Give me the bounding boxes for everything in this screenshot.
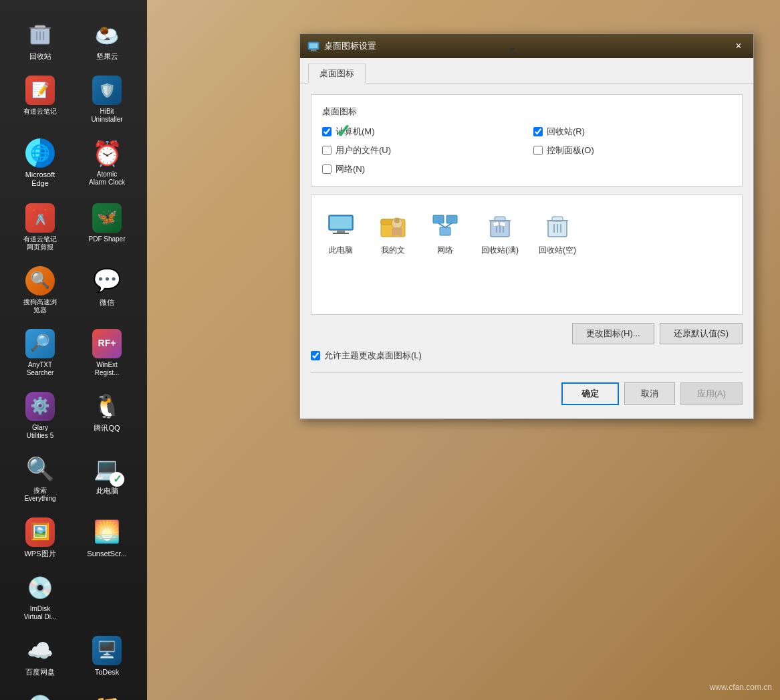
svg-rect-24 <box>433 215 444 223</box>
sidebar-item-imdisk[interactable]: 💿 ImDiskVirtual Di... <box>10 569 70 625</box>
checkbox-network: 网络(N) <box>322 163 520 175</box>
sidebar-item-everything[interactable]: 🔍 搜索Everything <box>10 451 70 507</box>
sidebar-item-edge[interactable]: 🌐 MicrosoftEdge <box>10 134 70 192</box>
checkbox-control-panel-label: 控制面板(O) <box>547 144 594 156</box>
desktop-icons-grid: 回收站 ☁ 🌰 坚果云 📝 有道云笔记 🛡️ <box>0 7 147 700</box>
allow-theme-checkbox-row: 允许主题更改桌面图标(L) <box>311 350 743 362</box>
dialog-title-area: 桌面图标设置 <box>307 39 376 53</box>
sidebar-item-youdao[interactable]: 📝 有道云笔记 <box>10 72 70 128</box>
svg-rect-15 <box>309 51 317 51</box>
bottom-divider <box>311 372 743 373</box>
sidebar-item-youdao-web[interactable]: ✂️ 有道云笔记网页剪报 <box>10 199 70 255</box>
checkbox-grid: 计算机(M) ✓ 回收站(R) 用户的文件(U) 控制面板(O) <box>322 126 731 175</box>
checkbox-network-label: 网络(N) <box>336 163 365 175</box>
checkbox-section: 桌面图标 计算机(M) ✓ 回收站(R) 用户的文件(U) 控制 <box>311 94 743 187</box>
svg-text:☁: ☁ <box>104 34 110 41</box>
sidebar-item-qq[interactable]: 🐧 腾讯QQ <box>77 388 137 444</box>
sidebar-item-jianguoyun[interactable]: ☁ 🌰 坚果云 <box>77 13 137 65</box>
preview-icon-this-pc-label: 此电脑 <box>329 245 353 256</box>
cancel-button[interactable]: 取消 <box>624 382 675 405</box>
svg-line-28 <box>445 223 452 227</box>
preview-buttons: 更改图标(H)... 还原默认值(S) <box>311 323 743 344</box>
preview-icon-this-pc[interactable]: 此电脑 <box>325 209 357 256</box>
sidebar-item-baidu[interactable]: ☁️ 百度网盘 <box>10 632 70 681</box>
sidebar-item-anytxt[interactable]: 🔎 AnyTXTSearcher <box>10 325 70 381</box>
preview-icon-recycle-full-label: 回收站(满) <box>481 245 519 256</box>
icon-preview-section: 此电脑 我的文 <box>311 195 743 315</box>
dialog-title-icon <box>307 39 320 53</box>
checkbox-user-files: 用户的文件(U) <box>322 144 520 156</box>
preview-icon-my-docs[interactable]: 我的文 <box>377 209 409 256</box>
allow-theme-checkbox-input[interactable] <box>311 351 320 360</box>
preview-icon-recycle-empty-img <box>541 209 573 241</box>
svg-rect-25 <box>446 215 457 223</box>
preview-icons-row: 此电脑 我的文 <box>325 209 729 256</box>
sidebar-item-todesk[interactable]: 🖥️ ToDesk <box>77 632 137 681</box>
watermark: www.cfan.com.cn <box>710 683 772 692</box>
sidebar: 回收站 ☁ 🌰 坚果云 📝 有道云笔记 🛡️ <box>0 0 147 700</box>
svg-rect-13 <box>309 43 317 48</box>
checkbox-control-panel: 控制面板(O) <box>533 144 731 156</box>
sidebar-item-baiduwork[interactable]: 📁 百度网盘工作空间 <box>77 687 137 700</box>
ok-button[interactable]: 确定 <box>561 382 619 405</box>
preview-icon-recycle-empty-label: 回收站(空) <box>539 245 576 256</box>
svg-point-23 <box>394 218 400 223</box>
checkbox-recycle-input[interactable] <box>533 127 543 136</box>
allow-theme-checkbox-label: 允许主题更改桌面图标(L) <box>324 350 422 362</box>
svg-text:🌰: 🌰 <box>101 27 109 35</box>
sidebar-item-alarm[interactable]: ⏰ AtomicAlarm Clock <box>77 134 137 192</box>
svg-rect-17 <box>330 217 352 229</box>
checkbox-computer-label: 计算机(M) <box>336 126 375 138</box>
checkbox-computer: 计算机(M) ✓ <box>322 126 520 138</box>
sidebar-item-hibit[interactable]: 🛡️ HiBitUninstaller <box>77 72 137 128</box>
sidebar-item-wps[interactable]: 🖼️ WPS图片 <box>10 513 70 562</box>
sidebar-item-recycle[interactable]: 回收站 <box>10 13 70 65</box>
change-icon-button[interactable]: 更改图标(H)... <box>572 323 654 344</box>
dialog-close-button[interactable]: × <box>731 38 747 54</box>
svg-line-27 <box>438 223 445 227</box>
preview-icon-recycle-full-img <box>484 209 516 241</box>
svg-rect-18 <box>337 230 345 233</box>
tab-desktop-icons[interactable]: 桌面图标 <box>308 64 366 84</box>
section-title: 桌面图标 <box>322 106 731 118</box>
dialog-desktop-icons: 桌面图标设置 × 桌面图标 桌面图标 计算机(M) ✓ 回收站(R) <box>299 33 754 419</box>
preview-icon-my-docs-label: 我的文 <box>381 245 405 256</box>
tab-bar: 桌面图标 <box>300 58 753 84</box>
dialog-content: 桌面图标 计算机(M) ✓ 回收站(R) 用户的文件(U) 控制 <box>300 84 753 419</box>
dialog-titlebar: 桌面图标设置 × <box>300 34 753 58</box>
svg-rect-36 <box>500 221 506 226</box>
preview-icon-my-docs-img <box>377 209 409 241</box>
svg-rect-21 <box>381 219 393 225</box>
sidebar-item-mount[interactable]: 💿 挂载镜像文件 <box>10 687 70 700</box>
apply-button[interactable]: 应用(A) <box>680 382 743 405</box>
sidebar-item-sougou[interactable]: 🔍 搜狗高速浏览器 <box>10 262 70 318</box>
preview-icon-network[interactable]: 网络 <box>429 209 461 256</box>
sidebar-item-winext[interactable]: RF+ WinExtRegist... <box>77 325 137 381</box>
sidebar-item-sunset[interactable]: 🌅 SunsetScr... <box>77 513 137 562</box>
sidebar-item-thispc[interactable]: 💻 ✓ 此电脑 <box>77 451 137 507</box>
restore-default-button[interactable]: 还原默认值(S) <box>660 323 743 344</box>
checkbox-recycle-label: 回收站(R) <box>547 126 585 138</box>
svg-rect-14 <box>311 49 316 51</box>
dialog-title-text: 桌面图标设置 <box>324 40 376 52</box>
checkbox-control-panel-input[interactable] <box>533 146 543 155</box>
preview-icon-network-label: 网络 <box>437 245 453 256</box>
checkbox-user-files-label: 用户的文件(U) <box>336 144 391 156</box>
svg-rect-19 <box>333 233 349 234</box>
checkbox-user-files-input[interactable] <box>322 146 332 155</box>
sidebar-item-pdfshaper[interactable]: 🦋 PDF Shaper <box>77 199 137 255</box>
preview-icon-recycle-full[interactable]: 回收站(满) <box>481 209 519 256</box>
sidebar-item-wechat[interactable]: 💬 微信 <box>77 262 137 318</box>
preview-icon-this-pc-img <box>325 209 357 241</box>
checkbox-computer-input[interactable] <box>322 127 332 136</box>
svg-rect-26 <box>440 227 450 235</box>
sidebar-item-glary[interactable]: ⚙️ GlaryUtilities 5 <box>10 388 70 444</box>
preview-icon-recycle-empty[interactable]: 回收站(空) <box>539 209 576 256</box>
checkbox-recycle: 回收站(R) <box>533 126 731 138</box>
action-buttons: 确定 取消 应用(A) <box>311 380 743 408</box>
preview-icon-network-img <box>429 209 461 241</box>
checkbox-network-input[interactable] <box>322 164 332 174</box>
